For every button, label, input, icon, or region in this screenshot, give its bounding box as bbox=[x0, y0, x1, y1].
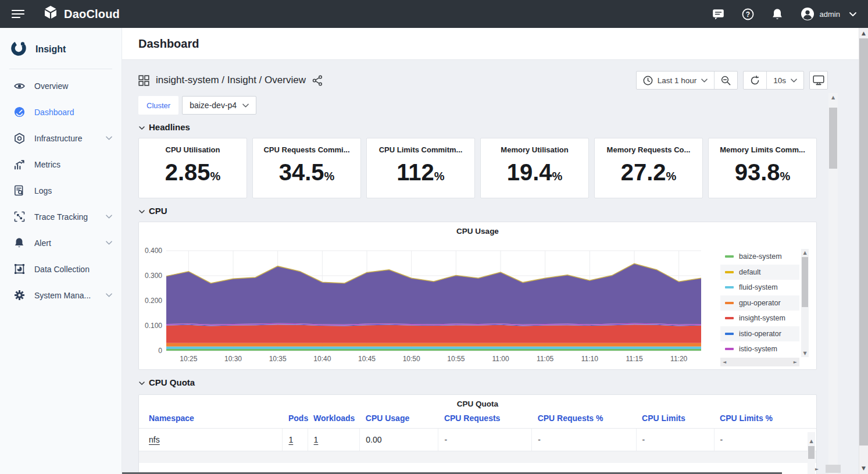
cluster-value: baize-dev-p4 bbox=[190, 101, 237, 110]
quota-cell: - bbox=[438, 429, 532, 451]
sidebar-item-logs[interactable]: Logs bbox=[0, 177, 122, 204]
quota-col-cpu-requests[interactable]: CPU Requests % bbox=[532, 409, 636, 429]
legend-horizontal-scrollbar[interactable]: ◄ ► bbox=[720, 358, 799, 366]
chart-title[interactable]: CPU Usage bbox=[139, 222, 816, 236]
table-scrollbar[interactable]: ▲ bbox=[808, 432, 815, 474]
quota-col-cpu-limits[interactable]: CPU Limits bbox=[636, 409, 714, 429]
tv-mode-button[interactable] bbox=[809, 71, 828, 90]
chevron-down-icon bbox=[791, 79, 797, 83]
time-range-picker[interactable]: Last 1 hour bbox=[637, 72, 715, 89]
quota-col-workloads[interactable]: Workloads bbox=[308, 409, 360, 429]
section-cpu[interactable]: CPU bbox=[139, 206, 817, 216]
legend-item-baize-system[interactable]: baize-system bbox=[720, 249, 799, 265]
quota-cell-link[interactable]: 1 bbox=[314, 435, 319, 444]
quota-cell-link[interactable]: 1 bbox=[288, 435, 293, 444]
section-headlines[interactable]: Headlines bbox=[139, 122, 817, 132]
product-header[interactable]: Insight bbox=[0, 28, 122, 69]
legend-item-gpu-operator[interactable]: gpu-operator bbox=[720, 295, 799, 311]
legend-item-istio-system[interactable]: istio-system bbox=[720, 341, 799, 357]
scroll-up-icon[interactable]: ▲ bbox=[862, 31, 866, 36]
sidebar-item-trace-tracking[interactable]: Trace Tracking bbox=[0, 204, 122, 230]
legend-vertical-scrollbar[interactable]: ▲ ▼ bbox=[801, 249, 809, 357]
window-scrollbar[interactable]: ▲ ▼ bbox=[859, 28, 868, 474]
svg-text:0.400: 0.400 bbox=[145, 247, 162, 255]
quota-col-cpu-usage[interactable]: CPU Usage bbox=[360, 409, 438, 429]
user-name[interactable]: admin bbox=[820, 10, 840, 19]
cpu-usage-chart[interactable]: 00.1000.2000.3000.40010:2510:3010:3510:4… bbox=[139, 237, 715, 368]
quota-cell: nfs bbox=[139, 429, 283, 451]
quota-cell-link[interactable]: nfs bbox=[149, 435, 160, 444]
table-title[interactable]: CPU Quota bbox=[139, 395, 816, 408]
refresh-button[interactable] bbox=[744, 72, 766, 89]
quota-col-pods[interactable]: Pods bbox=[283, 409, 308, 429]
scrollbar-corner bbox=[826, 465, 841, 473]
svg-text:0.100: 0.100 bbox=[145, 322, 162, 330]
bell-icon[interactable] bbox=[771, 8, 783, 20]
stat-card-value: 27.2% bbox=[621, 160, 677, 184]
product-name: Insight bbox=[35, 44, 66, 55]
sidebar-item-overview[interactable]: Overview bbox=[0, 73, 122, 99]
stat-card-title: Memory Requests Co... bbox=[607, 145, 691, 154]
scrollbar-thumb[interactable] bbox=[829, 108, 837, 169]
legend-item-insight-system[interactable]: insight-system bbox=[720, 311, 799, 326]
brand[interactable]: DaoCloud bbox=[43, 5, 120, 23]
sidebar-item-system-mana[interactable]: System Mana... bbox=[0, 282, 122, 308]
dashboard-toolbar: insight-system / Insight / Overview Last bbox=[138, 70, 828, 91]
refresh-interval-label: 10s bbox=[773, 76, 786, 85]
quota-col-namespace[interactable]: Namespace bbox=[139, 409, 283, 429]
svg-text:10:45: 10:45 bbox=[358, 355, 376, 363]
section-cpu-quota[interactable]: CPU Quota bbox=[139, 377, 817, 387]
legend-swatch bbox=[725, 286, 734, 288]
legend-item-default[interactable]: default bbox=[720, 265, 799, 280]
avatar[interactable] bbox=[801, 7, 815, 21]
gear-icon bbox=[13, 290, 25, 301]
scroll-right-icon[interactable]: ► bbox=[794, 360, 797, 365]
stat-card-value: 2.85% bbox=[165, 160, 221, 184]
scroll-up-icon[interactable]: ▲ bbox=[831, 95, 835, 100]
help-icon[interactable]: ? bbox=[742, 8, 754, 20]
svg-text:11:20: 11:20 bbox=[670, 355, 687, 363]
stat-card-cpu-requests-commi: CPU Requests Commi...34.5% bbox=[252, 138, 361, 198]
daocloud-logo-icon bbox=[43, 5, 58, 23]
sidebar-item-metrics[interactable]: Metrics bbox=[0, 151, 122, 177]
screen: DaoCloud ? admin bbox=[0, 0, 868, 474]
quota-col-cpu-requests[interactable]: CPU Requests bbox=[438, 409, 532, 429]
chevron-down-icon bbox=[106, 136, 112, 140]
scrollbar-thumb[interactable] bbox=[859, 38, 868, 446]
chevron-down-icon[interactable] bbox=[849, 12, 856, 16]
cluster-select[interactable]: baize-dev-p4 bbox=[182, 96, 256, 115]
sidebar-item-data-collection[interactable]: Data Collection bbox=[0, 256, 122, 282]
scroll-right-icon[interactable]: ► bbox=[815, 467, 819, 472]
refresh-interval-picker[interactable]: 10s bbox=[766, 72, 803, 89]
section-title: CPU bbox=[149, 206, 167, 216]
quota-cell: 0.00 bbox=[360, 429, 438, 451]
dashboard-scrollbar[interactable]: ▲ ▼ bbox=[828, 93, 838, 474]
svg-text:11:10: 11:10 bbox=[581, 355, 598, 363]
cluster-label: Cluster bbox=[138, 96, 178, 115]
breadcrumb[interactable]: insight-system / Insight / Overview bbox=[138, 74, 323, 86]
chat-icon[interactable] bbox=[712, 9, 724, 20]
scroll-down-icon[interactable]: ▼ bbox=[803, 351, 806, 356]
metrics-icon bbox=[13, 159, 25, 170]
scroll-up-icon[interactable]: ▲ bbox=[803, 251, 806, 255]
sidebar-item-alert[interactable]: Alert bbox=[0, 230, 122, 256]
section-title: CPU Quota bbox=[149, 377, 195, 387]
logs-icon bbox=[13, 185, 25, 196]
scroll-left-icon[interactable]: ◄ bbox=[723, 360, 726, 365]
scroll-up-icon[interactable]: ▲ bbox=[809, 439, 813, 444]
legend-item-istio-operator[interactable]: istio-operator bbox=[720, 326, 799, 342]
share-icon[interactable] bbox=[312, 75, 323, 86]
menu-icon[interactable] bbox=[12, 9, 24, 19]
scroll-down-icon[interactable]: ▼ bbox=[862, 466, 866, 471]
sidebar-item-infrastructure[interactable]: Infrastructure bbox=[0, 125, 122, 151]
svg-text:0.300: 0.300 bbox=[145, 272, 162, 280]
legend-item-fluid-system[interactable]: fluid-system bbox=[720, 280, 799, 295]
topbar: DaoCloud ? admin bbox=[0, 0, 868, 28]
scrollbar-thumb[interactable] bbox=[808, 446, 815, 459]
quota-col-cpu-limits[interactable]: CPU Limits % bbox=[714, 409, 816, 429]
hexagon-icon bbox=[13, 133, 25, 144]
zoom-out-icon bbox=[721, 76, 731, 85]
sidebar-item-dashboard[interactable]: Dashboard bbox=[0, 99, 122, 125]
scrollbar-thumb[interactable] bbox=[802, 257, 808, 307]
zoom-out-button[interactable] bbox=[714, 72, 737, 89]
